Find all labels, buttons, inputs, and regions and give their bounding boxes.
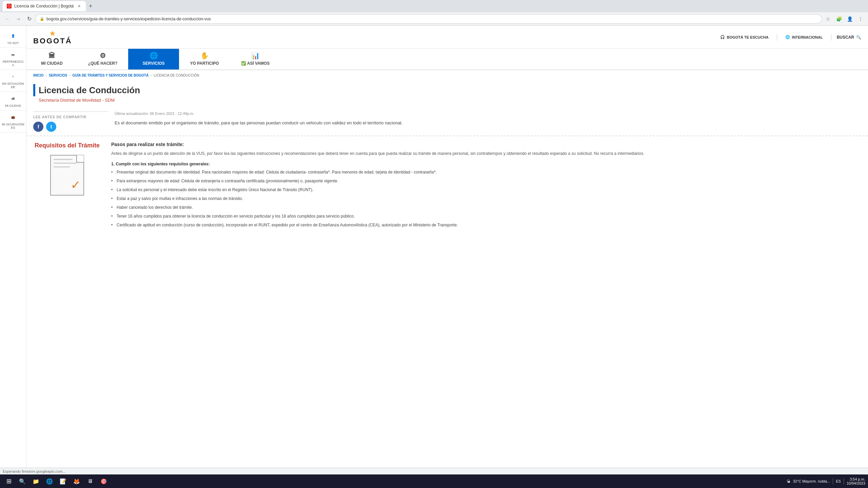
- breadcrumb-guia[interactable]: GUÍA DE TRÁMITES Y SERVICIOS DE BOGOTÁ: [73, 74, 149, 77]
- hand-icon: ✋: [200, 52, 209, 60]
- bogota-escucha-button[interactable]: 🎧 BOGOTÁ TE ESCUCHA: [717, 34, 771, 41]
- taskbar-firefox-button[interactable]: 🦊: [71, 475, 83, 487]
- refresh-button[interactable]: ↻: [24, 14, 34, 24]
- search-icon: 🔍: [856, 35, 861, 40]
- new-tab-button[interactable]: +: [86, 1, 95, 11]
- loading-text: Esperando firestore.googleapis.com...: [3, 469, 65, 473]
- requirements-title: Requisitos del Trámite: [33, 142, 101, 149]
- tab-favicon: 🔴: [7, 4, 12, 8]
- clock-date: 10/04/2023: [847, 481, 865, 485]
- taskbar-search-icon: 🔍: [19, 478, 26, 485]
- sidebar-label-mi-ciudad: MI CIUDAD: [5, 104, 21, 107]
- bookmark-button[interactable]: ☆: [823, 14, 833, 24]
- buscar-label: BUSCAR: [837, 35, 854, 40]
- nav-yo-participo[interactable]: ✋ YO PARTICIPO: [179, 49, 230, 69]
- requirements-section: Requisitos del Trámite ✓ Pasos para real…: [26, 136, 868, 236]
- share-section: LEE ANTES DE COMPARTIR f t: [33, 111, 108, 132]
- chrome-icon: 🌐: [46, 478, 53, 485]
- page-title-text: Licencia de Conducción: [39, 85, 140, 96]
- breadcrumb: INICIO › SERVICIOS › GUÍA DE TRÁMITES Y …: [26, 70, 868, 81]
- explorer-icon: 🖥: [87, 478, 93, 484]
- taskbar-explorer-button[interactable]: 🖥: [84, 475, 96, 487]
- req-right: Pasos para realizar este trámite: Antes …: [111, 142, 861, 231]
- weather-text: 32°C Mayorm. nubla...: [793, 479, 830, 483]
- requirements-list: Presentar original del documento de iden…: [111, 169, 861, 228]
- back-button[interactable]: ←: [3, 14, 12, 24]
- sidebar-item-situacion[interactable]: ⚕ EN SITUACIÓN DE: [0, 70, 26, 92]
- buscar-button[interactable]: BUSCAR 🔍: [837, 35, 861, 40]
- profile-button[interactable]: 👤: [845, 14, 854, 24]
- city-icon: 🏙: [9, 95, 17, 103]
- req-left: Requisitos del Trámite ✓: [33, 142, 101, 231]
- nav-mi-ciudad[interactable]: 🏛 MI CIUDAD: [26, 49, 77, 69]
- forward-button[interactable]: →: [14, 14, 23, 24]
- logo-text: BOGOTÁ: [33, 37, 72, 45]
- taskbar-search-button[interactable]: 🔍: [16, 475, 28, 487]
- requirements-icon-container: ✓: [33, 155, 101, 196]
- page-title: Licencia de Conducción: [33, 84, 861, 96]
- sidebar: 👤 YO SOY 🏘 PERTENEZCO A ⚕ EN SITUACIÓN D…: [0, 26, 26, 488]
- app-icon: 🎯: [100, 478, 107, 485]
- nav-asi-vamos[interactable]: 📊 ✅ ASÍ VAMOS: [230, 49, 281, 69]
- chart-icon: 📊: [251, 52, 260, 60]
- taskbar-vscode-button[interactable]: 📝: [57, 475, 69, 487]
- sidebar-item-mi-ciudad[interactable]: 🏙 MI CIUDAD: [0, 92, 26, 110]
- taskbar-files-button[interactable]: 📁: [30, 475, 42, 487]
- list-item: Estar a paz y salvo por multas e infracc…: [111, 196, 861, 202]
- share-buttons: f t: [33, 122, 108, 132]
- breadcrumb-sep-3: ›: [151, 74, 152, 77]
- menu-button[interactable]: ⋮: [856, 14, 865, 24]
- vscode-icon: 📝: [60, 478, 66, 485]
- bogota-escucha-label: BOGOTÁ TE ESCUCHA: [727, 35, 769, 39]
- page-subtitle: Secretaría Distrital de Movilidad - SDM: [39, 98, 861, 103]
- main-nav: 🏛 MI CIUDAD ⚙ ¿QUÉ HACER? 🌐 SERVICIOS ✋ …: [26, 49, 868, 70]
- browser-actions: ☆ 🧩 👤 ⋮: [823, 14, 865, 24]
- share-label: LEE ANTES DE COMPARTIR: [33, 115, 108, 119]
- taskbar-right: 🌤 32°C Mayorm. nubla... ES 3:54 p.m. 10/…: [787, 477, 865, 485]
- sidebar-label-pertenezco: PERTENEZCO A: [1, 60, 25, 67]
- tab-close-button[interactable]: ✕: [76, 3, 82, 9]
- briefcase-icon: 💼: [9, 113, 17, 121]
- nav-que-hacer[interactable]: ⚙ ¿QUÉ HACER?: [77, 49, 128, 69]
- sidebar-item-ocupacion[interactable]: 💼 MI OCUPACIÓN ES: [0, 110, 26, 133]
- person-icon: 👤: [9, 32, 17, 40]
- sidebar-label-ocupacion: MI OCUPACIÓN ES: [1, 123, 25, 129]
- page: 👤 YO SOY 🏘 PERTENEZCO A ⚕ EN SITUACIÓN D…: [0, 26, 868, 488]
- content-description: Es el documento emitido por el organismo…: [115, 120, 861, 127]
- steps-title: Pasos para realizar este trámite:: [111, 142, 861, 147]
- step-1-label: 1. Cumplir con los siguientes requisitos…: [111, 162, 861, 166]
- language-indicator: ES: [836, 479, 841, 483]
- sidebar-item-pertenezco[interactable]: 🏘 PERTENEZCO A: [0, 48, 26, 70]
- folder-icon: 📁: [33, 478, 39, 485]
- document-icon: ✓: [50, 155, 84, 196]
- url-text: bogota.gov.co/servicios/guia-de-tramites…: [46, 17, 211, 21]
- browser-tab[interactable]: 🔴 Licencia de Conducción | Bogotá ✕: [3, 1, 86, 11]
- breadcrumb-current: LICENCIA DE CONDUCCIÓN: [154, 74, 199, 77]
- doc-line-3: [54, 166, 70, 167]
- nav-servicios[interactable]: 🌐 SERVICIOS: [128, 49, 179, 69]
- internacional-button[interactable]: 🌐 INTERNACIONAL: [783, 34, 826, 41]
- logo-area: ★ BOGOTÁ: [33, 30, 72, 45]
- taskbar-chrome-button[interactable]: 🌐: [43, 475, 56, 487]
- header-divider: [777, 34, 777, 41]
- nav-yo-participo-label: YO PARTICIPO: [190, 61, 219, 66]
- header-actions: 🎧 BOGOTÁ TE ESCUCHA 🌐 INTERNACIONAL BUSC…: [717, 34, 861, 41]
- breadcrumb-servicios[interactable]: SERVICIOS: [49, 74, 67, 77]
- tab-bar: 🔴 Licencia de Conducción | Bogotá ✕ +: [0, 0, 868, 12]
- twitter-share-button[interactable]: t: [46, 122, 56, 132]
- breadcrumb-inicio[interactable]: INICIO: [33, 74, 44, 77]
- taskbar-app-button[interactable]: 🎯: [98, 475, 110, 487]
- sidebar-label-situacion: EN SITUACIÓN DE: [1, 82, 25, 89]
- page-title-section: Licencia de Conducción Secretaría Distri…: [26, 81, 868, 103]
- taskbar-start-button[interactable]: ⊞: [3, 475, 15, 487]
- extensions-button[interactable]: 🧩: [834, 14, 844, 24]
- globe-icon: 🌐: [785, 35, 790, 39]
- facebook-share-button[interactable]: f: [33, 122, 43, 132]
- address-bar[interactable]: 🔒 bogota.gov.co/servicios/guia-de-tramit…: [35, 14, 822, 24]
- sidebar-item-yo-soy[interactable]: 👤 YO SOY: [0, 29, 26, 48]
- nav-mi-ciudad-label: MI CIUDAD: [41, 61, 62, 66]
- building-icon: 🏛: [48, 52, 55, 60]
- list-item: Tener 16 años cumplidos para obtener la …: [111, 213, 861, 219]
- list-item: Presentar original del documento de iden…: [111, 169, 861, 175]
- sidebar-label-yo-soy: YO SOY: [7, 41, 19, 45]
